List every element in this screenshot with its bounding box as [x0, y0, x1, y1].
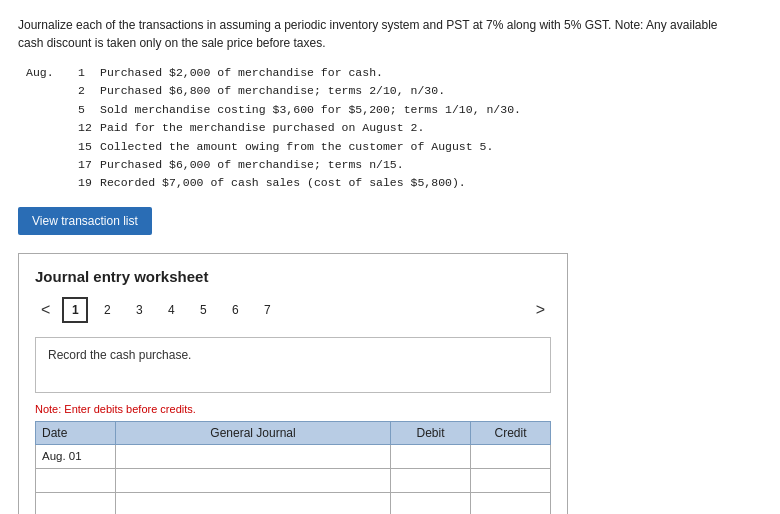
date-cell: Aug. 01	[36, 444, 116, 468]
next-page-arrow[interactable]: >	[530, 299, 551, 321]
prev-page-arrow[interactable]: <	[35, 299, 56, 321]
col-header-date: Date	[36, 421, 116, 444]
page-5-button[interactable]: 5	[190, 297, 216, 323]
worksheet-container: Journal entry worksheet < 1 2 3 4 5 6 7 …	[18, 253, 568, 514]
credit-cell[interactable]	[471, 492, 551, 514]
page-6-button[interactable]: 6	[222, 297, 248, 323]
debit-cell[interactable]	[391, 444, 471, 468]
table-row	[36, 468, 551, 492]
page-4-button[interactable]: 4	[158, 297, 184, 323]
record-instruction-box: Record the cash purchase.	[35, 337, 551, 393]
record-instruction-text: Record the cash purchase.	[48, 348, 191, 362]
page-navigation: < 1 2 3 4 5 6 7 >	[35, 297, 551, 323]
date-cell	[36, 492, 116, 514]
worksheet-title: Journal entry worksheet	[35, 268, 551, 285]
table-row: Aug. 01	[36, 444, 551, 468]
gj-cell[interactable]	[116, 468, 391, 492]
table-row	[36, 492, 551, 514]
intro-paragraph: Journalize each of the transactions in a…	[18, 16, 758, 52]
page-3-button[interactable]: 3	[126, 297, 152, 323]
transaction-list: Aug. 1 Purchased $2,000 of merchandise f…	[18, 64, 762, 193]
page-7-button[interactable]: 7	[254, 297, 280, 323]
journal-table: Date General Journal Debit Credit Aug. 0…	[35, 421, 551, 514]
col-header-general-journal: General Journal	[116, 421, 391, 444]
debit-cell[interactable]	[391, 492, 471, 514]
month-label: Aug.	[26, 64, 78, 82]
credit-cell[interactable]	[471, 468, 551, 492]
view-transaction-list-button[interactable]: View transaction list	[18, 207, 152, 235]
page-1-button[interactable]: 1	[62, 297, 88, 323]
col-header-debit: Debit	[391, 421, 471, 444]
debit-cell[interactable]	[391, 468, 471, 492]
note-text: Note: Enter debits before credits.	[35, 403, 551, 415]
gj-cell[interactable]	[116, 492, 391, 514]
page-2-button[interactable]: 2	[94, 297, 120, 323]
gj-cell[interactable]	[116, 444, 391, 468]
date-cell	[36, 468, 116, 492]
credit-cell[interactable]	[471, 444, 551, 468]
col-header-credit: Credit	[471, 421, 551, 444]
